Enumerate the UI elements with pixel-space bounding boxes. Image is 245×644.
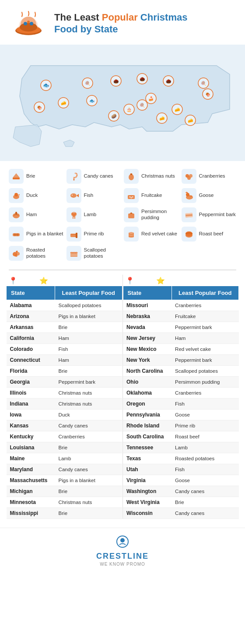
food-cell: Cranberries [172,300,238,311]
food-cell: Brie [55,366,122,377]
svg-point-53 [72,195,73,196]
svg-point-59 [186,193,189,196]
state-cell: Nebraska [123,311,172,322]
table-row: VirginiaGoose [123,475,239,486]
table-row: New YorkPeppermint bark [123,355,239,366]
food-cell: Roast beef [172,431,238,442]
state-cell: Indiana [7,399,55,410]
food-cell: Fruitcake [172,311,238,322]
svg-point-7 [30,22,33,25]
state-cell: Ohio [123,377,172,388]
svg-point-57 [131,197,132,199]
right-food-header: Least Popular Food [172,286,238,300]
svg-text:🌰: 🌰 [140,76,145,82]
table-row: FloridaBrie [7,366,122,377]
food-cell: Christmas nuts [55,497,122,508]
legend-grid: Brie Candy canes Christmas [9,169,236,261]
christmas-nuts-icon [124,169,139,184]
svg-rect-73 [14,234,19,235]
state-cell: New Jersey [123,333,172,344]
state-cell: Mississippi [7,508,55,519]
state-cell: Oregon [123,399,172,410]
peppermint-bark-icon [182,207,196,222]
svg-point-6 [24,22,27,25]
svg-point-8 [27,21,30,23]
svg-text:🍖: 🍖 [205,91,211,97]
svg-text:🍭: 🍭 [201,80,206,86]
table-row: MinnesotaChristmas nuts [7,497,122,508]
fruitcake-label: Fruitcake [141,192,162,199]
legend-item-red-velvet-cake: Red velvet cake [124,227,179,242]
state-cell: Minnesota [7,497,55,508]
svg-point-52 [70,193,77,198]
svg-point-55 [130,196,131,198]
legend-item-lamb: Lamb [66,207,122,222]
food-cell: Fish [172,399,238,410]
right-star-icon: ⭐ [156,276,165,285]
legend-item-roasted-potatoes: Roasted potatoes [9,246,64,261]
ham-label: Ham [26,212,37,218]
table-row: KentuckyCranberries [7,431,122,442]
us-map: 🐟 🍭 🌰 🌰 🌰 🍭 🍖 🧀 [7,52,238,153]
goose-label: Goose [199,192,214,199]
food-cell: Duck [55,410,122,420]
food-cell: Peppermint bark [55,377,122,388]
table-row: NebraskaFruitcake [123,311,239,322]
state-cell: Maryland [7,464,55,475]
brie-label: Brie [26,173,35,179]
goose-icon [182,188,196,203]
food-cell: Ham [172,333,238,344]
table-row: IowaDuck [7,410,122,420]
legend-item-candy-canes: Candy canes [66,169,122,184]
food-cell: Cranberries [172,388,238,399]
svg-rect-46 [130,174,132,175]
state-cell: Wisconsin [123,508,172,519]
state-cell: Massachusetts [7,475,55,486]
food-cell: Ham [55,355,122,366]
food-cell: Lamb [172,442,238,453]
food-cell: Prime rib [172,420,238,431]
svg-text:🍖: 🍖 [37,105,42,110]
table-row: LouisianaBrie [7,442,122,453]
table-row: MichiganBrie [7,486,122,497]
table-section: 📍 ⭐ State Least Popular Food AlabamaScal… [0,275,245,528]
state-cell: Texas [123,453,172,464]
table-row: WashingtonCandy canes [123,486,239,497]
footer-tagline: WE KNOW PROMO [0,562,245,567]
table-row: TennesseeLamb [123,442,239,453]
table-row: ArizonaPigs in a blanket [7,311,122,322]
fish-label: Fish [84,192,94,199]
food-cell: Pigs in a blanket [55,475,122,486]
svg-text:🧀: 🧀 [159,116,165,121]
food-cell: Scalloped potatoes [172,366,238,377]
food-cell: Scalloped potatoes [55,300,122,311]
svg-rect-66 [73,217,74,219]
red-velvet-cake-icon [124,227,139,242]
state-cell: Tennessee [123,442,172,453]
table-row: ColoradoFish [7,344,122,355]
food-cell: Candy canes [172,486,238,497]
food-cell: Peppermint bark [172,355,238,366]
table-row: OhioPersimmon pudding [123,377,239,388]
table-row: CaliforniaHam [7,333,122,344]
fish-icon [66,188,81,203]
svg-text:🍭: 🍭 [140,102,145,108]
roast-beef-icon [182,227,196,242]
left-table-header-row: State Least Popular Food [7,286,122,300]
food-cell: Candy canes [55,420,122,431]
svg-point-83 [15,254,18,257]
state-cell: North Carolina [123,366,172,377]
table-row: South CarolinaRoast beef [123,431,239,442]
table-row: ConnecticutHam [7,355,122,366]
state-cell: Georgia [7,377,55,388]
table-row: MissouriCranberries [123,300,239,311]
brie-icon [9,169,24,184]
state-cell: Nevada [123,322,172,333]
scalloped-potatoes-icon [66,246,81,261]
lamb-label: Lamb [84,212,97,218]
persimmon-pudding-label: Persimmon pudding [141,209,179,221]
legend-item-pigs-blanket: Pigs in a blanket [9,227,64,242]
state-cell: Arizona [7,311,55,322]
food-cell: Pigs in a blanket [55,311,122,322]
svg-point-56 [132,196,133,198]
